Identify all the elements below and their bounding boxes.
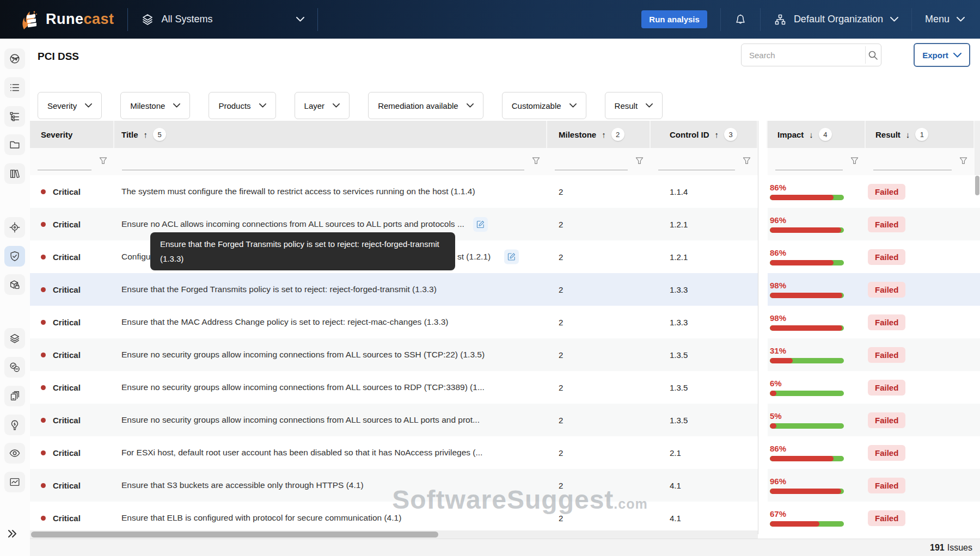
pinned-column-gutter <box>758 208 768 240</box>
sidebar-item-visibility[interactable] <box>4 443 25 464</box>
sidebar-item-security-compliance[interactable] <box>4 246 25 267</box>
table-row[interactable]: Critical Ensure that the Forged Transmit… <box>30 273 980 306</box>
sidebar-item-reports[interactable] <box>4 472 25 492</box>
column-header-control-id[interactable]: Control ID↑3 <box>651 121 758 148</box>
control-id-value: 1.2.1 <box>670 220 688 229</box>
column-header-title[interactable]: Title↑5 <box>114 121 547 148</box>
title-filter-input[interactable] <box>122 170 524 170</box>
funnel-icon[interactable] <box>743 157 751 165</box>
vertical-scrollbar-thumb[interactable] <box>975 176 979 195</box>
package-lock-icon <box>9 279 21 291</box>
table-row[interactable]: Critical For ESXi host, default root use… <box>30 436 980 469</box>
expand-sidebar-icon[interactable] <box>7 528 18 539</box>
funnel-icon[interactable] <box>532 157 540 165</box>
milestone-cell: 2 <box>547 306 651 338</box>
sidebar-item-package-security[interactable] <box>4 274 25 295</box>
eye-icon <box>9 447 21 459</box>
filter-customizable[interactable]: Customizable <box>502 92 586 119</box>
runecast-logo[interactable]: Runecast <box>20 9 114 30</box>
table-row[interactable]: Critical Ensure that ELB is configured w… <box>30 502 980 534</box>
filter-bar: Severity Milestone Products Layer Remedi… <box>38 92 663 119</box>
pinned-column-gutter <box>758 371 768 404</box>
funnel-icon[interactable] <box>850 157 859 165</box>
menu-button[interactable]: Menu <box>925 14 965 25</box>
funnel-icon[interactable] <box>959 157 967 165</box>
impact-cell: 86% <box>768 175 866 208</box>
funnel-icon[interactable] <box>99 157 107 165</box>
milestone-value: 2 <box>559 285 563 294</box>
horizontal-scrollbar-thumb[interactable] <box>31 532 438 538</box>
column-header-result[interactable]: Result↓1 <box>866 121 975 148</box>
shield-check-icon <box>9 250 21 262</box>
sidebar-item-knowledge[interactable] <box>4 415 25 435</box>
search-input[interactable] <box>742 44 865 66</box>
system-selector[interactable]: All Systems <box>141 13 304 26</box>
org-chart-icon <box>774 13 787 26</box>
table-row[interactable]: Critical Ensure that the MAC Address Cha… <box>30 306 980 338</box>
severity-cell: Critical <box>30 404 114 436</box>
sidebar-item-tree[interactable] <box>4 106 25 127</box>
milestone-filter-cell <box>547 148 651 175</box>
filter-remediation-available[interactable]: Remediation available <box>368 92 483 119</box>
left-sidebar <box>0 39 30 556</box>
column-header-severity[interactable]: Severity <box>30 121 114 148</box>
control-id-cell: 1.3.5 <box>651 404 758 436</box>
notifications-bell-icon[interactable] <box>734 13 747 26</box>
sidebar-item-library[interactable] <box>4 163 25 184</box>
tree-list-icon <box>9 110 21 122</box>
table-row[interactable]: Critical Ensure no security groups allow… <box>30 404 980 436</box>
control-id-cell: 1.3.3 <box>651 273 758 306</box>
filter-layer[interactable]: Layer <box>295 92 350 119</box>
severity-cell: Critical <box>30 175 114 208</box>
funnel-icon[interactable] <box>635 157 644 165</box>
nav-divider <box>127 8 128 31</box>
control-id-cell: 4.1 <box>651 469 758 502</box>
sidebar-item-folder[interactable] <box>4 134 25 155</box>
sort-asc-icon: ↑ <box>144 130 148 139</box>
impact-filter-input[interactable] <box>775 170 843 170</box>
sidebar-item-target[interactable] <box>4 217 25 238</box>
chevron-down-icon <box>259 103 266 108</box>
title-cell: Ensure that the MAC Address Change polic… <box>114 306 547 338</box>
sidebar-item-list[interactable] <box>4 77 25 98</box>
chevron-down-icon <box>333 103 340 108</box>
pinned-column-gutter <box>758 148 768 175</box>
edit-icon-button[interactable] <box>504 250 519 264</box>
result-cell: Failed <box>866 338 975 371</box>
sidebar-item-devices[interactable] <box>4 386 25 406</box>
filter-result[interactable]: Result <box>605 92 663 119</box>
column-header-impact[interactable]: Impact↓4 <box>768 121 866 148</box>
title-cell: For ESXi host, default root user account… <box>114 436 547 469</box>
column-header-milestone[interactable]: Milestone↑2 <box>547 121 651 148</box>
tooltip: Ensure that the Forged Transmits policy … <box>150 232 455 270</box>
critical-dot-icon <box>41 516 46 521</box>
main-content: PCI DSS Export Severity Milestone Produc… <box>30 39 980 556</box>
filter-products[interactable]: Products <box>209 92 275 119</box>
control-id-filter-cell <box>651 148 758 175</box>
milestone-value: 2 <box>559 383 563 392</box>
impact-bar <box>770 521 844 527</box>
impact-percentage: 6% <box>770 379 844 388</box>
result-filter-input[interactable] <box>873 170 952 170</box>
critical-dot-icon <box>41 287 46 292</box>
sidebar-item-status[interactable] <box>4 357 25 378</box>
run-analysis-button[interactable]: Run analysis <box>641 10 707 28</box>
filter-milestone[interactable]: Milestone <box>120 92 190 119</box>
filter-severity[interactable]: Severity <box>38 92 102 119</box>
table-row[interactable]: Critical Ensure that S3 buckets are acce… <box>30 469 980 502</box>
table-row[interactable]: Critical The system must configure the f… <box>30 175 980 208</box>
table-row[interactable]: Critical Ensure no security groups allow… <box>30 338 980 371</box>
impact-cell: 96% <box>768 469 866 502</box>
milestone-filter-input[interactable] <box>555 170 628 170</box>
search-icon[interactable] <box>866 44 881 66</box>
organization-selector[interactable]: Default Organization <box>774 13 898 26</box>
severity-filter-input[interactable] <box>38 170 91 170</box>
sidebar-item-layers[interactable] <box>4 328 25 349</box>
critical-dot-icon <box>41 222 46 227</box>
control-id-filter-input[interactable] <box>658 170 735 170</box>
result-cell: Failed <box>866 240 975 273</box>
edit-icon-button[interactable] <box>473 217 488 232</box>
sidebar-item-globe[interactable] <box>4 48 25 69</box>
table-row[interactable]: Critical Ensure no security groups allow… <box>30 371 980 404</box>
export-button[interactable]: Export <box>914 43 970 67</box>
